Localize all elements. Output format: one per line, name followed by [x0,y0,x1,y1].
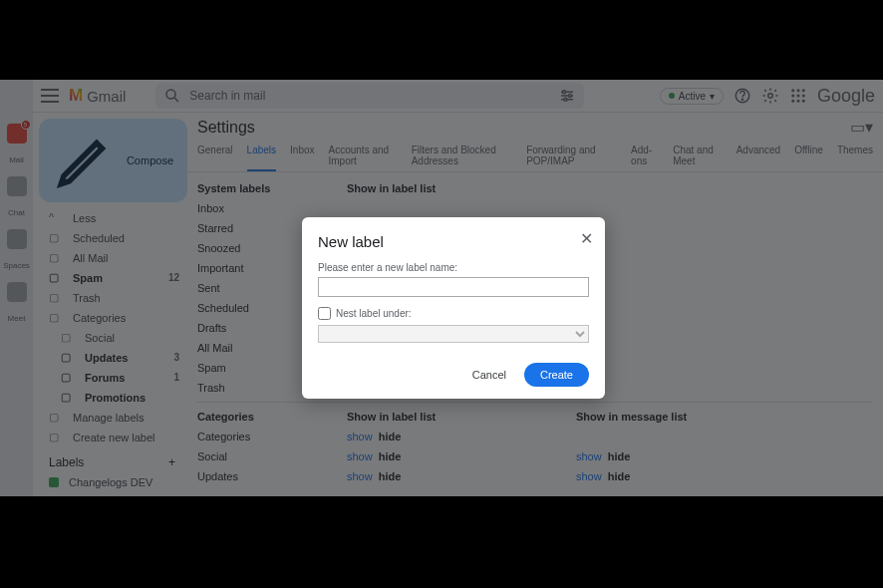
new-label-dialog: ✕ New label Please enter a new label nam… [302,217,605,399]
label-name-prompt: Please enter a new label name: [318,262,589,273]
nest-under-checkbox[interactable] [318,307,331,320]
close-icon[interactable]: ✕ [580,229,593,248]
label-name-input[interactable] [318,277,589,297]
nest-under-label: Nest label under: [336,308,412,319]
dialog-title: New label [318,233,589,250]
create-button[interactable]: Create [524,363,589,387]
nest-under-select[interactable] [318,325,589,343]
cancel-button[interactable]: Cancel [464,363,514,387]
